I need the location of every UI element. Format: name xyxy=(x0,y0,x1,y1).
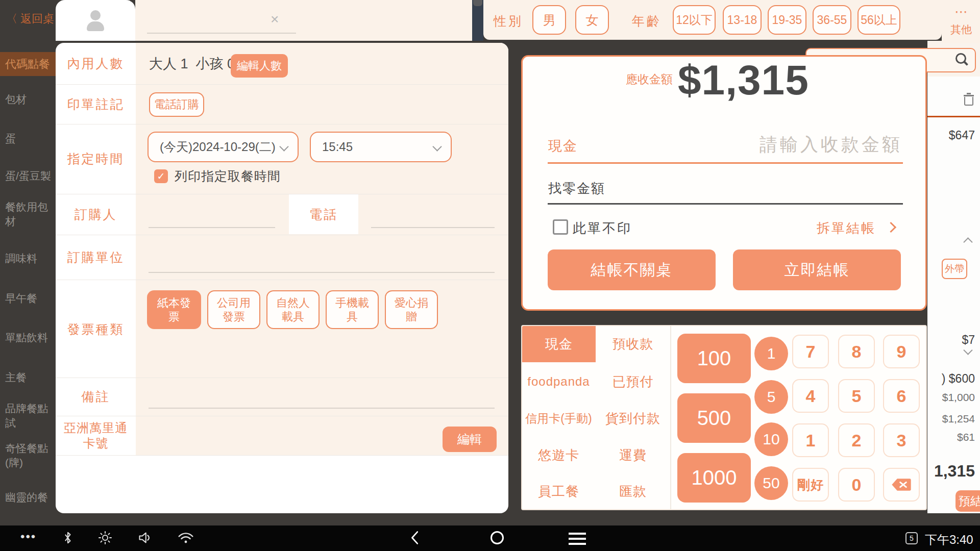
payment-foodpanda[interactable]: foodpanda xyxy=(522,363,596,400)
bill-100-button[interactable]: 100 xyxy=(677,334,751,383)
checkout-keep-table-button[interactable]: 結帳不關桌 xyxy=(548,249,716,290)
payment-staff-meal[interactable]: 員工餐 xyxy=(522,473,596,509)
back-to-tables-link[interactable]: 〈 返回桌 xyxy=(6,11,57,27)
payment-deposit[interactable]: 預收款 xyxy=(596,326,670,362)
tab-other[interactable]: 其他 xyxy=(950,22,972,37)
coin-50-button[interactable]: 50 xyxy=(754,466,788,500)
sidebar-item-ghost[interactable]: 幽靈的餐 xyxy=(0,490,54,505)
payment-prepaid[interactable]: 已預付 xyxy=(596,363,670,400)
sidebar-item-egg-tofu[interactable]: 蛋/蛋豆製 xyxy=(0,169,54,183)
brightness-icon[interactable] xyxy=(98,531,112,547)
time-select[interactable]: 15:45 xyxy=(310,132,452,162)
numpad-4[interactable]: 4 xyxy=(792,379,829,413)
order-unit-input[interactable] xyxy=(149,252,495,273)
age-19-35-button[interactable]: 19-35 xyxy=(768,5,806,35)
payment-cash[interactable]: 現金 xyxy=(522,326,596,362)
checkout-now-button[interactable]: 立即結帳 xyxy=(733,249,901,290)
split-bill-link[interactable]: 拆單結帳 xyxy=(817,219,876,237)
numpad-exact-button[interactable]: 剛好 xyxy=(792,468,829,502)
clock: 下午3:40 xyxy=(925,532,976,548)
sidebar-item-seasoning[interactable]: 調味料 xyxy=(0,252,54,266)
more-dots-icon[interactable]: ••• xyxy=(20,530,36,544)
sidebar-item-code-order[interactable]: 代碼點餐 xyxy=(0,52,56,76)
invoice-donation-button[interactable]: 愛心捐贈 xyxy=(385,290,438,329)
phone-input[interactable] xyxy=(371,207,495,228)
sidebar-item-brunch[interactable]: 早午餐 xyxy=(0,291,54,306)
sidebar-item-drinks[interactable]: 單點飲料 xyxy=(0,331,54,345)
numpad-7[interactable]: 7 xyxy=(792,335,829,368)
no-print-checkbox[interactable] xyxy=(553,219,568,235)
cash-input-placeholder[interactable]: 請輸入收款金額 xyxy=(694,133,902,157)
asia-miles-label: 亞洲萬里通卡號 xyxy=(56,416,136,455)
payment-easycard[interactable]: 悠遊卡 xyxy=(522,437,596,473)
sidebar-item-egg[interactable]: 蛋 xyxy=(0,132,54,146)
numpad-5[interactable]: 5 xyxy=(838,379,875,413)
gender-male-button[interactable]: 男 xyxy=(532,5,566,35)
invoice-mobile-carrier-button[interactable]: 手機載具 xyxy=(326,290,379,329)
sidebar-item-mains[interactable]: 主餐 xyxy=(0,370,54,385)
nav-home-button[interactable] xyxy=(491,531,504,544)
print-time-checkbox[interactable]: ✓ xyxy=(154,169,168,183)
edit-count-button[interactable]: 編輯人數 xyxy=(231,54,288,78)
note-label: 備註 xyxy=(56,378,136,416)
order-amount: $647 xyxy=(934,129,975,142)
takeout-badge: 外帶 xyxy=(942,259,967,279)
chevron-down-icon xyxy=(432,142,442,151)
numpad-backspace-button[interactable] xyxy=(883,468,920,502)
cash-input-underline xyxy=(548,162,903,164)
member-tab[interactable] xyxy=(56,0,135,41)
sidebar-item-food-pack[interactable]: 餐飲用包材 xyxy=(0,200,54,229)
orderer-input[interactable] xyxy=(149,207,275,228)
bill-1000-button[interactable]: 1000 xyxy=(677,453,751,503)
payment-cod[interactable]: 貨到付款 xyxy=(596,400,670,437)
numpad-3[interactable]: 3 xyxy=(883,423,920,457)
sidebar-item-weird[interactable]: 奇怪餐點(牌) xyxy=(0,441,54,470)
phone-order-tag[interactable]: 電話訂購 xyxy=(149,92,204,117)
age-label: 年齡 xyxy=(632,13,662,30)
sidebar-item-packaging[interactable]: 包材 xyxy=(0,92,54,107)
payment-remittance[interactable]: 匯款 xyxy=(596,473,670,509)
age-over56-button[interactable]: 56以上 xyxy=(857,5,900,35)
more-icon[interactable]: ⋯ xyxy=(954,4,968,20)
numpad-8[interactable]: 8 xyxy=(838,335,875,368)
print-time-checkbox-label[interactable]: 列印指定取餐時間 xyxy=(175,169,281,183)
order-amount: $7 xyxy=(944,333,975,347)
search-icon[interactable] xyxy=(955,53,969,67)
gender-female-button[interactable]: 女 xyxy=(575,5,609,35)
age-36-55-button[interactable]: 36-55 xyxy=(813,5,851,35)
presettle-button[interactable]: 預結 xyxy=(955,490,980,512)
invoice-paper-button[interactable]: 紙本發票 xyxy=(147,290,201,329)
order-progress-line xyxy=(927,116,980,117)
numpad-0[interactable]: 0 xyxy=(838,468,875,502)
coin-10-button[interactable]: 10 xyxy=(754,422,788,456)
order-amount: $61 xyxy=(934,431,975,443)
coin-5-button[interactable]: 5 xyxy=(754,380,788,414)
nav-recents-button[interactable] xyxy=(569,533,586,545)
volume-icon[interactable] xyxy=(138,531,152,546)
trash-icon[interactable] xyxy=(963,93,975,106)
wifi-icon[interactable] xyxy=(178,532,194,546)
age-under12-button[interactable]: 12以下 xyxy=(673,5,716,35)
invoice-personal-carrier-button[interactable]: 自然人載具 xyxy=(266,290,320,329)
numpad-9[interactable]: 9 xyxy=(883,335,920,368)
date-select[interactable]: (今天)2024-10-29(二) xyxy=(148,132,299,162)
numpad-1[interactable]: 1 xyxy=(792,423,829,457)
order-amount: ) $600 xyxy=(934,372,975,386)
no-print-label[interactable]: 此單不印 xyxy=(573,219,632,237)
asia-miles-edit-button[interactable]: 編輯 xyxy=(443,427,497,452)
numpad-2[interactable]: 2 xyxy=(838,423,875,457)
nav-back-button[interactable] xyxy=(410,531,419,547)
chevron-down-icon xyxy=(279,142,288,151)
bill-500-button[interactable]: 500 xyxy=(677,393,751,443)
age-13-18-button[interactable]: 13-18 xyxy=(723,5,762,35)
payment-shipping[interactable]: 運費 xyxy=(596,437,670,473)
note-input[interactable] xyxy=(149,387,495,409)
numpad-6[interactable]: 6 xyxy=(883,379,920,413)
bluetooth-icon[interactable] xyxy=(63,531,72,547)
sidebar-item-brand-test[interactable]: 品牌餐點試 xyxy=(0,402,54,431)
payment-credit-card[interactable]: 信用卡(手動) xyxy=(522,400,596,437)
payment-divider xyxy=(670,326,671,509)
invoice-company-button[interactable]: 公司用發票 xyxy=(207,290,260,329)
coin-1-button[interactable]: 1 xyxy=(754,337,788,370)
clear-icon[interactable]: × xyxy=(271,11,279,28)
